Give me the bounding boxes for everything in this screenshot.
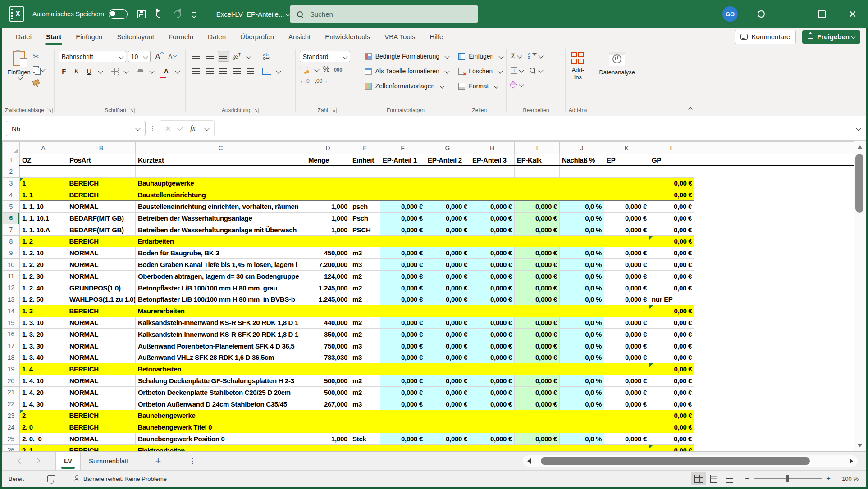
cell-D18[interactable]: 783,030 bbox=[306, 352, 350, 363]
cell-A8[interactable]: 1. 2 bbox=[20, 235, 67, 247]
cell-H4[interactable] bbox=[470, 189, 515, 201]
cell-I15[interactable]: 0,000 € bbox=[515, 317, 560, 329]
cell-H11[interactable]: 0,000 € bbox=[470, 270, 515, 282]
row-header-2[interactable]: 2 bbox=[3, 166, 20, 177]
row-header-13[interactable]: 13 bbox=[3, 294, 20, 305]
cell-I9[interactable]: 0,000 € bbox=[515, 247, 560, 259]
formula-input[interactable] bbox=[219, 120, 854, 136]
column-header-I[interactable]: I bbox=[515, 142, 560, 154]
save-icon[interactable] bbox=[137, 10, 146, 18]
cell-J12[interactable]: 0,0 % bbox=[560, 282, 604, 294]
cell-L25[interactable]: 0,00 € bbox=[649, 433, 694, 445]
font-dialog-launcher-icon[interactable] bbox=[129, 108, 135, 113]
cell-A7[interactable]: 1. 1. 10.A bbox=[20, 224, 67, 235]
row-header-14[interactable]: 14 bbox=[3, 305, 20, 317]
increase-indent-button[interactable] bbox=[245, 66, 256, 77]
data-analysis-button[interactable]: Datenanalyse bbox=[592, 47, 642, 105]
cell-D3[interactable] bbox=[306, 177, 350, 189]
cell-D7[interactable]: 1,000 bbox=[306, 224, 350, 235]
row-header-24[interactable]: 24 bbox=[3, 421, 20, 433]
cell-B24[interactable]: BEREICH bbox=[67, 421, 136, 433]
cell-H16[interactable]: 0,000 € bbox=[470, 328, 515, 340]
cell-G16[interactable]: 0,000 € bbox=[425, 328, 470, 340]
cell-C24[interactable]: Baunebengewerk Titel 0 bbox=[136, 421, 306, 433]
cell-J19[interactable] bbox=[560, 363, 604, 375]
cell-I23[interactable] bbox=[515, 410, 560, 421]
row-header-11[interactable]: 11 bbox=[3, 270, 20, 282]
autosum-button[interactable] bbox=[511, 51, 521, 60]
cell-L6[interactable]: 0,00 € bbox=[649, 212, 694, 224]
align-bottom-button[interactable] bbox=[218, 51, 229, 62]
cell-C19[interactable]: Betonarbeiten bbox=[136, 363, 306, 375]
cell-L3[interactable]: 0,00 € bbox=[649, 177, 694, 189]
cell-B20[interactable]: NORMAL bbox=[67, 375, 136, 387]
cell-A10[interactable]: 1. 2. 20 bbox=[20, 259, 67, 271]
cell-I8[interactable] bbox=[515, 235, 560, 247]
cell-D10[interactable]: 7.200,000 bbox=[306, 259, 350, 271]
cell-E20[interactable]: m2 bbox=[350, 375, 380, 387]
row-header-25[interactable]: 25 bbox=[3, 433, 20, 445]
font-color-chevron-icon[interactable] bbox=[175, 68, 180, 73]
cell-E3[interactable] bbox=[350, 177, 380, 189]
cell-A15[interactable]: 1. 3. 10 bbox=[20, 317, 67, 329]
cell-A19[interactable]: 1. 4 bbox=[20, 363, 67, 375]
row-header-20[interactable]: 20 bbox=[3, 375, 20, 387]
cell-J2[interactable] bbox=[560, 166, 604, 177]
cell-C15[interactable]: Kalksandstein-Innenwand KS-R SFK 20 RDK … bbox=[136, 317, 306, 329]
empty-area[interactable] bbox=[694, 363, 854, 375]
accessibility-icon[interactable] bbox=[73, 475, 80, 482]
tab-hilfe[interactable]: Hilfe bbox=[422, 28, 450, 45]
cell-L8[interactable]: 0,00 € bbox=[649, 235, 694, 247]
cell-J11[interactable]: 0,0 % bbox=[560, 270, 604, 282]
cell-I6[interactable]: 0,000 € bbox=[515, 212, 560, 224]
cell-I12[interactable]: 0,000 € bbox=[515, 282, 560, 294]
cell-J8[interactable] bbox=[560, 235, 604, 247]
number-format-combo[interactable]: Standard bbox=[300, 51, 350, 62]
cell-L21[interactable]: 0,00 € bbox=[649, 386, 694, 398]
row-header-7[interactable]: 7 bbox=[3, 224, 20, 235]
cell-F24[interactable] bbox=[380, 421, 425, 433]
paste-button[interactable]: Einfügen bbox=[5, 47, 33, 105]
cell-I17[interactable]: 0,000 € bbox=[515, 340, 560, 352]
cell-C20[interactable]: Schalung Deckenplatte GF-Schalungsplatte… bbox=[136, 375, 306, 387]
row-header-3[interactable]: 3 bbox=[3, 177, 20, 189]
cell-H14[interactable] bbox=[470, 305, 515, 317]
cell-B11[interactable]: NORMAL bbox=[67, 270, 136, 282]
cell-J1[interactable]: Nachlaß % bbox=[560, 154, 604, 166]
cell-D17[interactable]: 750,000 bbox=[306, 340, 350, 352]
cell-K2[interactable] bbox=[604, 166, 649, 177]
column-header-F[interactable]: F bbox=[380, 142, 425, 154]
cell-K21[interactable]: 0,000 € bbox=[604, 386, 649, 398]
cell-E6[interactable]: Psch bbox=[350, 212, 380, 224]
cell-K16[interactable]: 0,000 € bbox=[604, 328, 649, 340]
cell-H12[interactable]: 0,000 € bbox=[470, 282, 515, 294]
cell-D2[interactable] bbox=[306, 166, 350, 177]
cell-J3[interactable] bbox=[560, 177, 604, 189]
row-header-18[interactable]: 18 bbox=[3, 352, 20, 363]
row-header-5[interactable]: 5 bbox=[3, 201, 20, 213]
zoom-in-button[interactable] bbox=[826, 474, 831, 483]
wrap-text-button[interactable] bbox=[260, 51, 272, 62]
column-header-J[interactable]: J bbox=[560, 142, 604, 154]
search-box[interactable] bbox=[290, 5, 478, 23]
row-header-21[interactable]: 21 bbox=[3, 386, 20, 398]
fill-button[interactable] bbox=[511, 67, 523, 74]
empty-area[interactable] bbox=[694, 189, 854, 201]
column-header-G[interactable]: G bbox=[425, 142, 470, 154]
cell-B12[interactable]: GRUNDPOS(1.0) bbox=[67, 282, 136, 294]
minimize-button[interactable] bbox=[788, 14, 795, 14]
cell-G18[interactable]: 0,000 € bbox=[425, 352, 470, 363]
cell-J7[interactable]: 0,0 % bbox=[560, 224, 604, 235]
cell-L17[interactable]: 0,00 € bbox=[649, 340, 694, 352]
cell-G19[interactable] bbox=[425, 363, 470, 375]
cell-E2[interactable] bbox=[350, 166, 380, 177]
alignment-dialog-launcher-icon[interactable] bbox=[253, 108, 259, 113]
cell-L15[interactable]: 0,00 € bbox=[649, 317, 694, 329]
cell-D11[interactable]: 124,000 bbox=[306, 270, 350, 282]
cell-F23[interactable] bbox=[380, 410, 425, 421]
cell-A14[interactable]: 1. 3 bbox=[20, 305, 67, 317]
fx-chevron-icon[interactable] bbox=[204, 126, 209, 131]
cell-H25[interactable]: 0,000 € bbox=[470, 433, 515, 445]
tab-entwicklertools[interactable]: Entwicklertools bbox=[318, 28, 377, 45]
cell-L4[interactable]: 0,00 € bbox=[649, 189, 694, 201]
